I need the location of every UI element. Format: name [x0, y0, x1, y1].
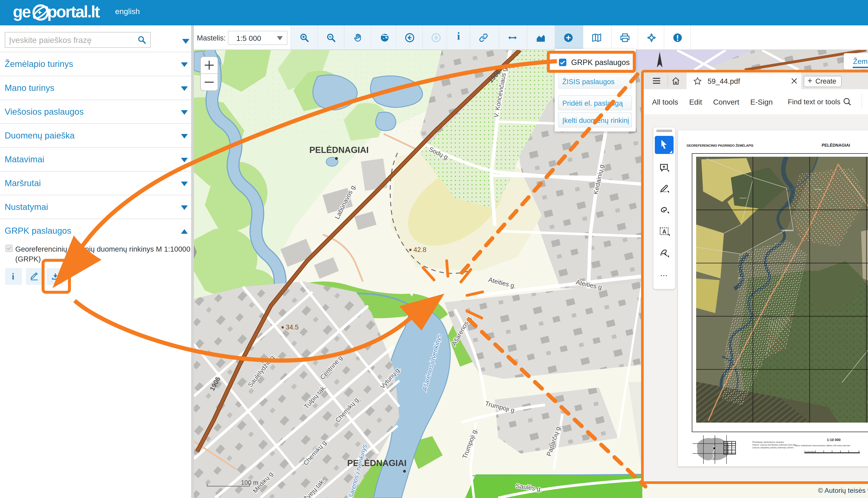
svg-text:58/43: 58/43	[724, 443, 728, 444]
svg-text:60/45: 60/45	[732, 451, 735, 453]
svg-text:59/45: 59/45	[732, 447, 735, 448]
svg-text:58/45: 58/45	[732, 443, 735, 444]
svg-text:58/44: 58/44	[729, 443, 732, 444]
svg-text:A: A	[662, 228, 666, 235]
svg-text:42.8: 42.8	[413, 246, 426, 253]
svg-text:Naujasodis: Naujasodis	[740, 197, 746, 199]
svg-text:Pelėdnagiai: Pelėdnagiai	[814, 188, 822, 190]
svg-text:34.5: 34.5	[286, 324, 299, 331]
svg-text:59/43: 59/43	[724, 447, 728, 448]
svg-text:59/44: 59/44	[729, 447, 732, 448]
svg-text:60/43: 60/43	[724, 451, 728, 453]
svg-text:60/44: 60/44	[729, 451, 732, 453]
svg-text:PELĖDNAGIAI: PELĖDNAGIAI	[782, 230, 794, 232]
svg-text:PELĖDNAGIAI: PELĖDNAGIAI	[309, 145, 369, 155]
svg-text:Pašiliai: Pašiliai	[738, 277, 742, 279]
